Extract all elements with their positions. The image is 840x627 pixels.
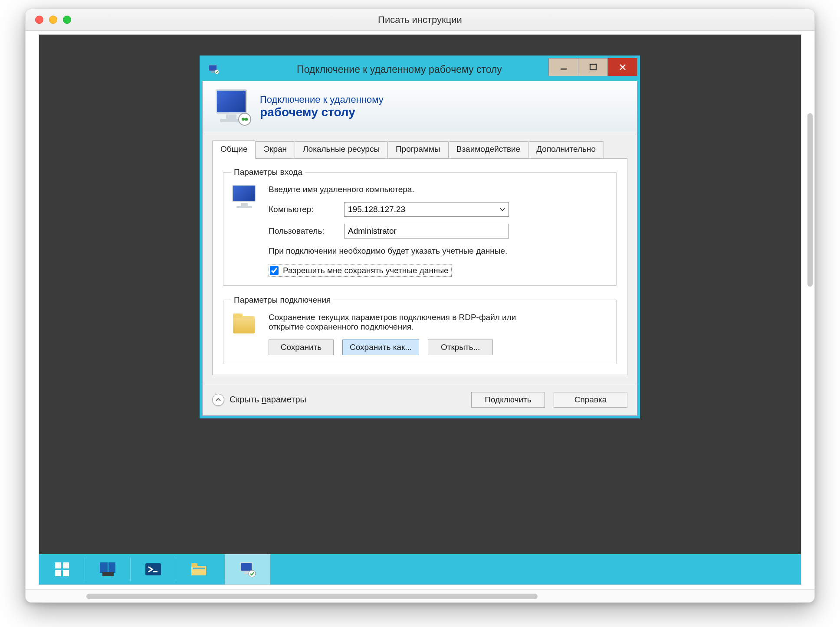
svg-rect-19 <box>193 568 205 569</box>
open-button[interactable]: Открыть... <box>428 340 493 355</box>
remote-desktop-surface: Подключение к удаленному рабочему столу <box>39 34 801 585</box>
mac-horizontal-scroll-thumb[interactable] <box>86 594 538 599</box>
rdp-header-line1: Подключение к удаленному <box>260 94 384 105</box>
credentials-hint: При подключении необходимо будет указать… <box>269 245 512 257</box>
svg-rect-5 <box>590 64 596 70</box>
rdp-header-text: Подключение к удаленному рабочему столу <box>260 94 384 119</box>
svg-rect-10 <box>55 570 61 576</box>
svg-rect-11 <box>63 570 69 576</box>
taskbar-powershell[interactable] <box>130 554 176 585</box>
tab-programs[interactable]: Программы <box>387 141 449 160</box>
user-input[interactable] <box>344 224 509 238</box>
taskbar-server-manager[interactable] <box>85 554 130 585</box>
mac-window-title: Писать инструкции <box>26 14 814 26</box>
tab-local-resources[interactable]: Локальные ресурсы <box>295 141 388 160</box>
connection-intro: Сохранение текущих параметров подключени… <box>269 313 546 332</box>
rdp-window-content: Подключение к удаленному рабочему столу … <box>202 81 637 416</box>
svg-rect-8 <box>55 562 61 568</box>
mac-window-body: Подключение к удаленному рабочему столу <box>26 31 814 602</box>
computer-input[interactable] <box>345 202 496 216</box>
folder-icon <box>231 313 259 336</box>
traffic-lights <box>26 16 71 24</box>
tab-advanced[interactable]: Дополнительно <box>528 141 604 160</box>
rdp-app-icon <box>207 62 221 77</box>
mac-minimize-button[interactable] <box>49 16 57 24</box>
taskbar-rdp[interactable] <box>225 554 270 585</box>
computer-label: Компьютер: <box>269 205 338 214</box>
rdp-header-line2: рабочему столу <box>260 105 384 119</box>
save-as-button[interactable]: Сохранить как... <box>342 340 419 355</box>
rdp-minimize-button[interactable] <box>548 58 578 76</box>
connect-button[interactable]: Подключить <box>471 392 545 408</box>
rdp-tabs: Общие Экран Локальные ресурсы Программы … <box>212 140 627 159</box>
svg-rect-16 <box>153 571 158 572</box>
allow-save-credentials-checkbox[interactable] <box>270 266 279 275</box>
chevron-up-icon <box>212 394 224 406</box>
hide-options-toggle[interactable]: Скрыть параметры <box>212 394 306 406</box>
computer-icon <box>231 185 259 208</box>
rdp-window: Подключение к удаленному рабочему столу <box>200 56 640 418</box>
rdp-header: Подключение к удаленному рабочему столу <box>203 81 637 132</box>
tab-panel-general: Параметры входа Введите имя удаленного к… <box>212 158 627 375</box>
rdp-close-button[interactable] <box>607 58 637 76</box>
svg-rect-9 <box>63 562 69 568</box>
computer-combobox[interactable] <box>344 202 509 217</box>
login-group: Параметры входа Введите имя удаленного к… <box>223 167 617 286</box>
allow-save-credentials-label: Разрешить мне сохранять учетные данные <box>283 266 449 275</box>
rdp-maximize-button[interactable] <box>578 58 607 76</box>
chevron-down-icon[interactable] <box>496 202 509 216</box>
tab-screen[interactable]: Экран <box>255 141 295 160</box>
taskbar-explorer[interactable] <box>176 554 221 585</box>
hide-options-label: Скрыть параметры <box>230 395 306 405</box>
rdp-footer: Скрыть параметры Подключить Справка <box>203 384 637 415</box>
svg-rect-13 <box>108 562 115 573</box>
mac-horizontal-scrollbar[interactable] <box>26 589 814 602</box>
rdp-window-controls <box>548 58 637 76</box>
svg-rect-18 <box>191 563 197 567</box>
connection-legend: Параметры подключения <box>231 295 333 305</box>
rdp-header-icon <box>214 88 250 125</box>
svg-rect-12 <box>100 562 108 573</box>
svg-rect-20 <box>241 562 252 571</box>
login-intro: Введите имя удаленного компьютера. <box>269 185 608 194</box>
login-legend: Параметры входа <box>231 167 305 177</box>
tab-experience[interactable]: Взаимодействие <box>448 141 529 160</box>
svg-rect-1 <box>212 71 214 72</box>
mac-zoom-button[interactable] <box>63 16 71 24</box>
connection-group: Параметры подключения Сохранение текущих… <box>223 295 617 364</box>
windows-taskbar <box>39 554 801 585</box>
allow-save-credentials[interactable]: Разрешить мне сохранять учетные данные <box>269 265 452 277</box>
mac-window: Писать инструкции Подключение <box>25 9 815 603</box>
svg-rect-4 <box>561 69 567 70</box>
tab-general[interactable]: Общие <box>212 140 256 159</box>
svg-rect-14 <box>102 572 114 576</box>
mac-vertical-scrollbar[interactable] <box>807 113 813 287</box>
help-button[interactable]: Справка <box>554 392 627 408</box>
start-button[interactable] <box>39 554 85 585</box>
mac-close-button[interactable] <box>35 16 43 24</box>
svg-rect-17 <box>191 566 206 575</box>
rdp-tab-area: Общие Экран Локальные ресурсы Программы … <box>203 132 637 384</box>
user-label: Пользователь: <box>269 226 338 236</box>
save-button[interactable]: Сохранить <box>269 340 334 355</box>
mac-titlebar[interactable]: Писать инструкции <box>26 9 814 31</box>
svg-rect-21 <box>245 571 248 573</box>
rdp-titlebar[interactable]: Подключение к удаленному рабочему столу <box>202 58 637 81</box>
